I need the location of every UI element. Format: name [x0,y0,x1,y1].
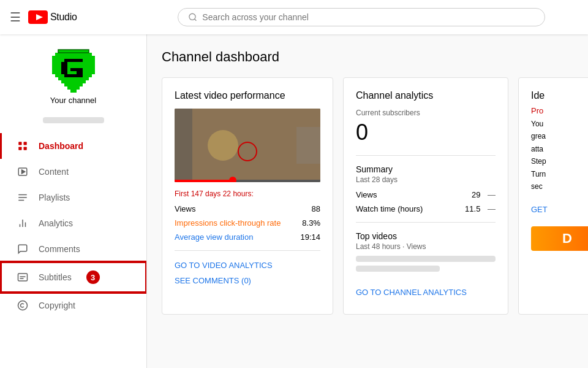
svg-rect-19 [61,62,67,74]
svg-line-3 [195,19,197,21]
svg-rect-6 [52,56,95,59]
analytics-label: Analytics [39,218,73,228]
cards-row: Latest video performance First 147 days … [162,77,573,315]
subtitles-badge: 3 [86,270,100,284]
top-video-blur-1 [356,256,496,262]
svg-rect-24 [18,142,21,145]
latest-video-title: Latest video performance [175,90,320,101]
search-icon [188,12,197,22]
stat-ctr-value: 8.3% [302,218,320,228]
thumbnail-image [175,109,320,182]
sidebar-item-content[interactable]: Content [0,159,146,185]
dashboard-icon [17,140,29,151]
topbar: ☰ Studio [0,0,588,34]
youtube-icon [28,10,48,24]
ideas-card: Ide Pro You grea atta Step Turn sec GET … [518,77,588,315]
video-scrubber[interactable] [175,180,320,182]
svg-rect-25 [24,142,27,145]
analytics-icon [17,218,29,229]
analytics-views-row: Views 29 — [356,190,496,199]
video-thumbnail[interactable] [175,109,320,182]
channel-analytics-card: Channel analytics Current subscribers 0 … [343,77,508,315]
copyright-icon [17,300,29,311]
sidebar: Your channel Dashboard Content Playlists [0,34,147,368]
video-period: First 147 days 22 hours: [175,190,320,198]
analytics-watchtime-row: Watch time (hours) 11.5 — [356,204,496,213]
sidebar-item-analytics[interactable]: Analytics [0,210,146,236]
comments-icon [17,243,29,255]
ideas-get-link[interactable]: GET [531,205,548,214]
ideas-banner-letter: D [562,231,572,247]
svg-rect-11 [52,71,95,74]
top-video-blur-2 [356,266,440,272]
svg-marker-29 [22,170,25,174]
ideas-text: You grea atta Step Turn sec [531,118,588,193]
summary-period: Last 28 days [356,175,496,184]
nav-items: Dashboard Content Playlists Analytics [0,133,146,318]
analytics-watchtime-value: 11.5 — [465,204,496,213]
scrubber-fill [175,180,233,182]
latest-video-card: Latest video performance First 147 days … [162,77,333,315]
menu-icon[interactable]: ☰ [10,10,21,25]
avatar [49,47,98,96]
dashboard-label: Dashboard [39,141,83,151]
divider [175,250,320,251]
analytics-views-value: 29 — [472,190,496,199]
playlists-icon [17,192,29,203]
go-to-video-analytics-link[interactable]: GO TO VIDEO ANALYTICS [175,261,273,270]
top-videos-period: Last 48 hours · Views [356,242,496,251]
channel-username-blur [43,117,104,123]
svg-rect-8 [52,62,95,65]
stat-duration-value: 19:14 [300,232,320,242]
content-label: Content [39,167,69,177]
sidebar-item-copyright[interactable]: Copyright [0,293,146,318]
svg-rect-15 [64,83,83,86]
top-videos-title: Top videos [356,231,496,241]
analytics-views-label: Views [356,190,377,199]
channel-analytics-title: Channel analytics [356,90,496,101]
playlists-label: Playlists [39,193,70,202]
svg-rect-22 [70,68,77,71]
subscribers-label: Current subscribers [356,109,496,117]
see-comments-link[interactable]: SEE COMMENTS (0) [175,276,251,285]
svg-point-39 [18,301,28,310]
go-to-channel-analytics-link[interactable]: GO TO CHANNEL ANALYTICS [356,288,467,297]
stat-ctr-label: Impressions click-through rate [175,218,281,228]
sidebar-item-subtitles[interactable]: Subtitles 3 [0,262,146,293]
svg-rect-26 [18,147,21,150]
summary-title: Summary [356,164,496,174]
topbar-left: ☰ Studio [10,10,145,25]
stat-duration: Average view duration 19:14 [175,232,320,242]
sidebar-item-dashboard[interactable]: Dashboard [0,133,146,159]
scrubber-handle[interactable] [229,177,236,182]
ideas-card-title: Ide [531,90,588,101]
analytics-divider-2 [356,222,496,223]
subscribers-count: 0 [356,120,496,145]
sidebar-item-playlists[interactable]: Playlists [0,185,146,210]
sidebar-item-comments[interactable]: Comments [0,236,146,262]
comments-label: Comments [39,244,80,254]
main-content: Channel dashboard Latest video performan… [147,34,588,368]
svg-rect-16 [67,86,80,90]
subtitles-label: Subtitles [39,272,72,282]
svg-rect-14 [61,80,86,83]
ideas-banner: D [531,226,588,251]
search-bar[interactable] [178,8,545,26]
analytics-divider-1 [356,155,496,156]
ideas-pro-label: Pro [531,106,588,115]
page-title: Channel dashboard [162,49,573,65]
svg-rect-5 [55,53,92,56]
svg-rect-13 [58,77,89,80]
search-input[interactable] [202,12,535,22]
content-icon [17,166,29,177]
svg-rect-21 [77,68,83,77]
subtitles-icon [17,272,29,283]
stat-duration-label: Average view duration [175,232,253,242]
svg-point-2 [189,13,195,20]
studio-label: Studio [50,12,77,23]
yt-logo[interactable]: Studio [28,10,77,24]
channel-name: Your channel [50,96,96,105]
stat-views-label: Views [175,204,195,213]
svg-rect-18 [64,59,83,62]
svg-rect-17 [70,90,77,93]
